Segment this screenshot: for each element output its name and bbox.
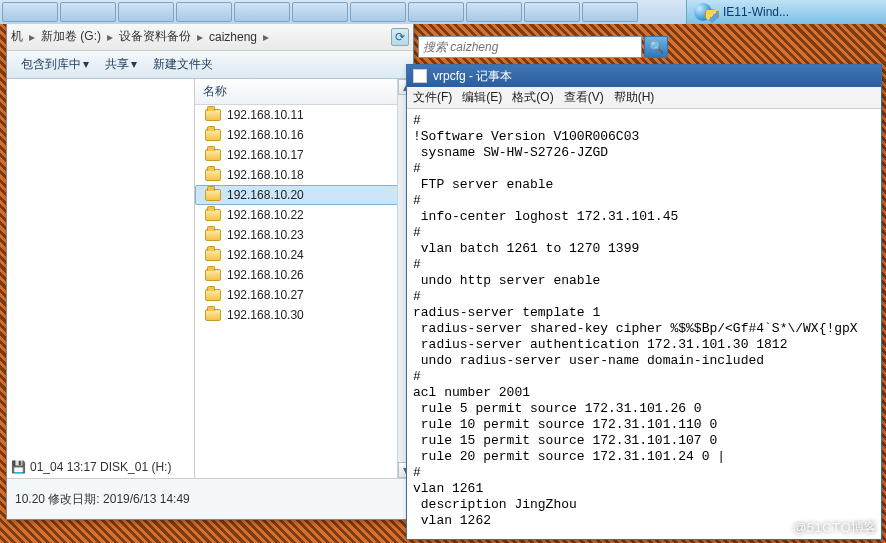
breadcrumb-segment[interactable]: 新加卷 (G:): [41, 28, 101, 45]
folder-row[interactable]: 192.168.10.26: [195, 265, 413, 285]
taskbar-tile[interactable]: [582, 2, 638, 22]
folder-row[interactable]: 192.168.10.22: [195, 205, 413, 225]
taskbar-tile[interactable]: [234, 2, 290, 22]
folder-name: 192.168.10.27: [227, 288, 304, 302]
taskbar-tile[interactable]: [466, 2, 522, 22]
folder-row[interactable]: 192.168.10.18: [195, 165, 413, 185]
folder-row[interactable]: 192.168.10.23: [195, 225, 413, 245]
notepad-title-bar[interactable]: vrpcfg - 记事本: [407, 65, 881, 87]
explorer-status-bar: 10.20 修改日期: 2019/6/13 14:49: [7, 479, 413, 519]
menu-file[interactable]: 文件(F): [413, 89, 452, 106]
explorer-command-bar: 包含到库中▾ 共享▾ 新建文件夹: [7, 51, 413, 79]
folder-icon: [205, 129, 221, 141]
include-in-library-button[interactable]: 包含到库中▾: [15, 54, 95, 75]
taskbar-tile[interactable]: [350, 2, 406, 22]
chevron-right-icon[interactable]: ▸: [261, 30, 271, 44]
folder-name: 192.168.10.16: [227, 128, 304, 142]
folder-row[interactable]: 192.168.10.17: [195, 145, 413, 165]
taskbar-ie-label: IE11-Wind...: [723, 5, 789, 19]
folder-name: 192.168.10.26: [227, 268, 304, 282]
taskbar-tile[interactable]: [408, 2, 464, 22]
folder-row[interactable]: 192.168.10.20: [195, 185, 413, 205]
tree-drive-node[interactable]: 💾 01_04 13:17 DISK_01 (H:): [11, 460, 171, 474]
folder-name: 192.168.10.22: [227, 208, 304, 222]
taskbar-tile[interactable]: [60, 2, 116, 22]
breadcrumb-segment[interactable]: caizheng: [209, 30, 257, 44]
folder-icon: [205, 109, 221, 121]
tree-node-label: 01_04 13:17 DISK_01 (H:): [30, 460, 171, 474]
notepad-app-icon: [413, 69, 427, 83]
taskbar: IE11-Wind...: [0, 0, 886, 24]
notepad-menu-bar: 文件(F) 编辑(E) 格式(O) 查看(V) 帮助(H): [407, 87, 881, 109]
folder-icon: [205, 269, 221, 281]
share-button[interactable]: 共享▾: [99, 54, 143, 75]
taskbar-tile[interactable]: [176, 2, 232, 22]
taskbar-tile[interactable]: [118, 2, 174, 22]
explorer-address-bar[interactable]: 机 ▸ 新加卷 (G:) ▸ 设备资料备份 ▸ caizheng ▸ ⟳: [7, 23, 413, 51]
folder-icon: [205, 149, 221, 161]
folder-name: 192.168.10.11: [227, 108, 304, 122]
folder-icon: [205, 309, 221, 321]
explorer-file-list[interactable]: 名称 192.168.10.11192.168.10.16192.168.10.…: [195, 79, 413, 478]
menu-format[interactable]: 格式(O): [512, 89, 553, 106]
explorer-window: 机 ▸ 新加卷 (G:) ▸ 设备资料备份 ▸ caizheng ▸ ⟳ 包含到…: [6, 22, 414, 520]
folder-row[interactable]: 192.168.10.16: [195, 125, 413, 145]
explorer-tree-pane[interactable]: 💾 01_04 13:17 DISK_01 (H:): [7, 79, 195, 478]
taskbar-tile[interactable]: [2, 2, 58, 22]
folder-icon: [205, 249, 221, 261]
ie-shield-icon: [693, 2, 717, 22]
folder-icon: [205, 209, 221, 221]
taskbar-ie-tile[interactable]: IE11-Wind...: [686, 0, 886, 24]
folder-row[interactable]: 192.168.10.24: [195, 245, 413, 265]
status-text: 10.20 修改日期: 2019/6/13 14:49: [15, 491, 405, 507]
breadcrumb-segment[interactable]: 设备资料备份: [119, 28, 191, 45]
search-input[interactable]: [418, 36, 642, 58]
folder-row[interactable]: 192.168.10.30: [195, 305, 413, 325]
search-icon: 🔍: [649, 40, 664, 54]
breadcrumb-segment[interactable]: 机: [11, 28, 23, 45]
taskbar-tile-group: [0, 0, 640, 24]
menu-edit[interactable]: 编辑(E): [462, 89, 502, 106]
watermark-text: @51CTO博客: [793, 519, 878, 537]
chevron-right-icon[interactable]: ▸: [105, 30, 115, 44]
notepad-window: vrpcfg - 记事本 文件(F) 编辑(E) 格式(O) 查看(V) 帮助(…: [406, 64, 882, 540]
folder-row[interactable]: 192.168.10.27: [195, 285, 413, 305]
refresh-icon[interactable]: ⟳: [391, 28, 409, 46]
folder-name: 192.168.10.30: [227, 308, 304, 322]
chevron-right-icon[interactable]: ▸: [195, 30, 205, 44]
folder-name: 192.168.10.20: [227, 188, 304, 202]
search-go-button[interactable]: 🔍: [644, 36, 668, 58]
folder-icon: [205, 189, 221, 201]
chevron-right-icon[interactable]: ▸: [27, 30, 37, 44]
folder-name: 192.168.10.23: [227, 228, 304, 242]
folder-icon: [205, 229, 221, 241]
folder-icon: [205, 289, 221, 301]
menu-help[interactable]: 帮助(H): [614, 89, 655, 106]
new-folder-button[interactable]: 新建文件夹: [147, 54, 219, 75]
folder-name: 192.168.10.17: [227, 148, 304, 162]
folder-row[interactable]: 192.168.10.11: [195, 105, 413, 125]
menu-view[interactable]: 查看(V): [564, 89, 604, 106]
drive-icon: 💾: [11, 460, 26, 474]
folder-icon: [205, 169, 221, 181]
column-header-name[interactable]: 名称: [195, 79, 413, 105]
folder-name: 192.168.10.24: [227, 248, 304, 262]
notepad-text-area[interactable]: # !Software Version V100R006C03 sysname …: [407, 109, 881, 539]
taskbar-tile[interactable]: [524, 2, 580, 22]
taskbar-tile[interactable]: [292, 2, 348, 22]
notepad-title: vrpcfg - 记事本: [433, 68, 512, 85]
explorer-search: 🔍: [418, 36, 668, 60]
folder-name: 192.168.10.18: [227, 168, 304, 182]
